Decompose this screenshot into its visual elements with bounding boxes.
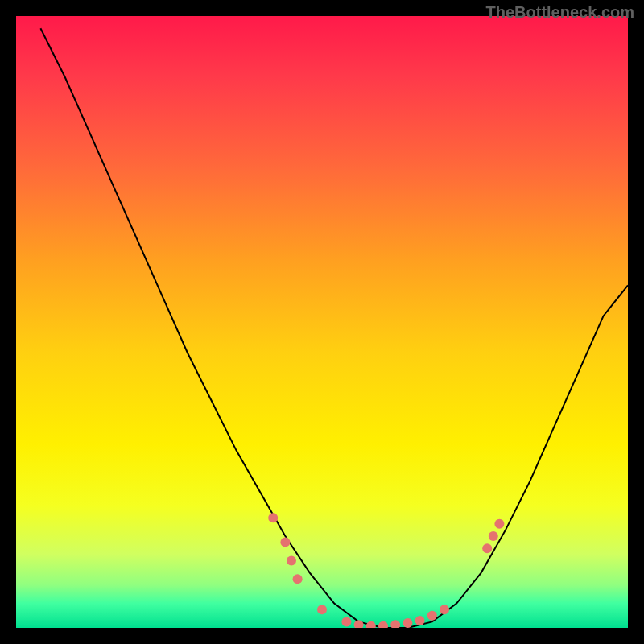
curve-line: [40, 28, 628, 628]
attribution-text: TheBottleneck.com: [486, 3, 634, 22]
chart-plot-area: [16, 16, 628, 628]
data-marker: [268, 513, 278, 522]
data-marker: [440, 605, 449, 614]
data-marker: [402, 618, 412, 628]
data-marker: [354, 620, 364, 628]
data-marker: [293, 574, 303, 584]
data-marker: [390, 620, 400, 628]
data-marker: [280, 538, 290, 547]
data-marker: [378, 621, 388, 628]
data-marker: [482, 543, 492, 553]
data-marker: [287, 555, 296, 565]
data-marker: [366, 621, 376, 628]
markers-group: [268, 513, 504, 628]
data-marker: [415, 616, 425, 625]
data-marker: [341, 617, 351, 626]
data-marker: [489, 531, 498, 541]
chart-svg: [16, 16, 628, 628]
data-marker: [317, 605, 327, 614]
data-marker: [427, 611, 437, 621]
data-marker: [494, 519, 504, 529]
